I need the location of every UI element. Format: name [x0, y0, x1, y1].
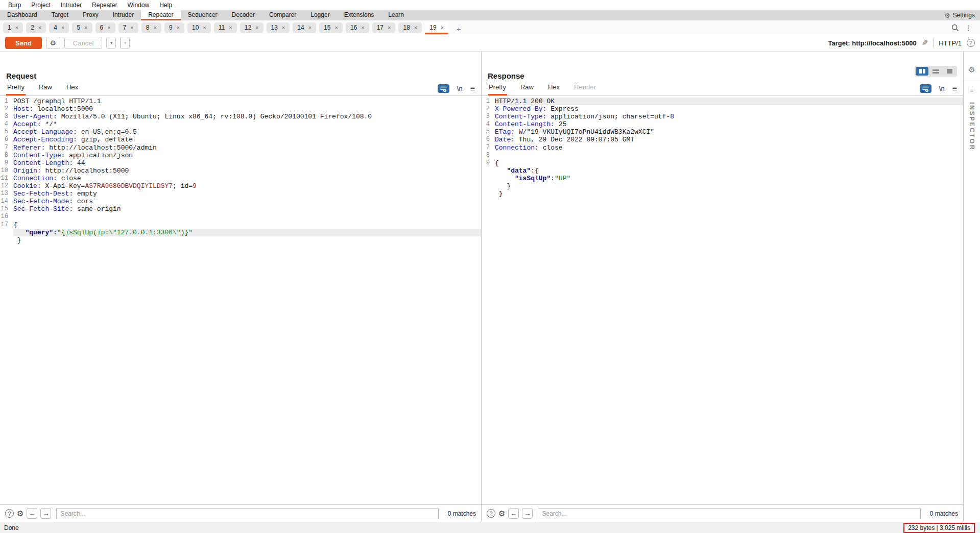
repeater-tab-5[interactable]: 5×	[72, 22, 92, 33]
request-tab-raw[interactable]: Raw	[38, 83, 53, 95]
close-tab-icon[interactable]: ×	[388, 25, 391, 31]
request-settings-button[interactable]: ⚙	[46, 37, 60, 49]
search-next-icon[interactable]: →	[40, 508, 51, 519]
search-help-icon[interactable]: ?	[487, 509, 495, 518]
repeater-tab-16[interactable]: 16×	[346, 22, 369, 33]
close-tab-icon[interactable]: ×	[414, 25, 417, 31]
search-icon[interactable]	[951, 24, 959, 32]
tab-comparer[interactable]: Comparer	[262, 10, 303, 20]
menu-intruder[interactable]: Intruder	[56, 1, 87, 10]
line-content: }	[495, 190, 963, 198]
repeater-tab-11[interactable]: 11×	[214, 22, 237, 33]
search-prev-icon[interactable]: ←	[508, 508, 519, 519]
back-history-button[interactable]: < ▾	[106, 37, 116, 49]
request-editor[interactable]: 1POST /graphql HTTP/1.12Host: localhost:…	[0, 95, 481, 504]
close-tab-icon[interactable]: ×	[61, 25, 64, 31]
search-settings-icon[interactable]: ⚙	[498, 509, 505, 518]
tab-decoder[interactable]: Decoder	[225, 10, 262, 20]
editor-menu-icon[interactable]: ≡	[952, 85, 957, 93]
repeater-tab-12[interactable]: 12×	[240, 22, 264, 33]
response-editor[interactable]: 1HTTP/1.1 200 OK2X-Powered-By: Express3C…	[482, 95, 963, 504]
inspector-settings-icon[interactable]: ⚙	[968, 65, 975, 75]
new-tab-button[interactable]: +	[451, 25, 466, 34]
close-tab-icon[interactable]: ×	[107, 25, 110, 31]
edit-target-icon[interactable]: ✎	[922, 38, 928, 47]
back-dropdown-icon[interactable]: ▾	[107, 37, 115, 49]
search-next-icon[interactable]: →	[522, 508, 533, 519]
close-tab-icon[interactable]: ×	[177, 25, 180, 31]
tab-learn[interactable]: Learn	[381, 10, 411, 20]
response-tab-raw[interactable]: Raw	[519, 83, 535, 95]
close-tab-icon[interactable]: ×	[203, 25, 206, 31]
tab-repeater[interactable]: Repeater	[141, 10, 180, 20]
response-search-input[interactable]	[538, 508, 920, 519]
inspector-filter-icon[interactable]: ≡	[970, 86, 974, 94]
protocol-label[interactable]: HTTP/1	[939, 39, 962, 47]
repeater-tab-4[interactable]: 4×	[49, 22, 69, 33]
tab-sequencer[interactable]: Sequencer	[181, 10, 225, 20]
repeater-tab-18[interactable]: 18×	[398, 22, 422, 33]
menu-project[interactable]: Project	[26, 1, 55, 10]
help-icon[interactable]: ?	[967, 39, 975, 47]
repeater-tab-10[interactable]: 10×	[187, 22, 211, 33]
repeater-tab-19[interactable]: 19×	[425, 22, 448, 34]
close-tab-icon[interactable]: ×	[361, 25, 364, 31]
close-tab-icon[interactable]: ×	[153, 25, 156, 31]
close-tab-icon[interactable]: ×	[84, 25, 87, 31]
repeater-tab-2[interactable]: 2×	[26, 22, 46, 33]
close-tab-icon[interactable]: ×	[130, 25, 133, 31]
search-help-icon[interactable]: ?	[5, 509, 14, 518]
tab-logger[interactable]: Logger	[303, 10, 337, 20]
close-tab-icon[interactable]: ×	[15, 25, 18, 31]
settings-button[interactable]: ⚙ Settings	[939, 10, 980, 20]
show-newlines-icon[interactable]: \n	[457, 85, 463, 92]
response-tab-pretty[interactable]: Pretty	[488, 83, 507, 95]
response-tab-render[interactable]: Render	[573, 83, 597, 95]
request-tab-pretty[interactable]: Pretty	[6, 83, 26, 95]
show-newlines-icon[interactable]: \n	[939, 85, 945, 92]
response-view-tabs: PrettyRawHexRender \n ≡	[482, 82, 963, 95]
close-tab-icon[interactable]: ×	[229, 25, 232, 31]
forward-dropdown-icon[interactable]: ▾	[121, 37, 129, 49]
forward-history-button[interactable]: > ▾	[120, 37, 130, 49]
repeater-tab-9[interactable]: 9×	[164, 22, 184, 33]
response-tab-hex[interactable]: Hex	[547, 83, 561, 95]
repeater-tab-14[interactable]: 14×	[293, 22, 316, 33]
repeater-tab-13[interactable]: 13×	[267, 22, 290, 33]
close-tab-icon[interactable]: ×	[38, 25, 41, 31]
close-tab-icon[interactable]: ×	[441, 25, 444, 31]
repeater-tab-17[interactable]: 17×	[372, 22, 396, 33]
editor-menu-icon[interactable]: ≡	[470, 85, 475, 93]
word-wrap-icon[interactable]	[438, 84, 449, 93]
menu-repeater[interactable]: Repeater	[87, 1, 122, 10]
search-settings-icon[interactable]: ⚙	[17, 509, 23, 518]
close-tab-icon[interactable]: ×	[255, 25, 258, 31]
repeater-tab-6[interactable]: 6×	[95, 22, 115, 33]
tab-target[interactable]: Target	[44, 10, 76, 20]
tab-intruder[interactable]: Intruder	[106, 10, 141, 20]
close-tab-icon[interactable]: ×	[282, 25, 285, 31]
repeater-tab-8[interactable]: 8×	[141, 22, 161, 33]
close-tab-icon[interactable]: ×	[308, 25, 312, 31]
menu-window[interactable]: Window	[122, 1, 154, 10]
layout-columns-icon[interactable]	[916, 67, 928, 76]
layout-single-icon[interactable]	[943, 67, 956, 76]
repeater-tab-15[interactable]: 15×	[319, 22, 343, 33]
request-tab-hex[interactable]: Hex	[65, 83, 79, 95]
tab-dashboard[interactable]: Dashboard	[0, 10, 44, 20]
search-prev-icon[interactable]: ←	[27, 508, 37, 519]
send-button[interactable]: Send	[5, 37, 42, 49]
inspector-label[interactable]: INSPECTOR	[968, 102, 975, 151]
repeater-tab-7[interactable]: 7×	[118, 22, 138, 33]
tab-extensions[interactable]: Extensions	[337, 10, 381, 20]
request-search-input[interactable]	[56, 508, 438, 519]
tab-proxy[interactable]: Proxy	[76, 10, 106, 20]
menu-burp[interactable]: Burp	[3, 1, 26, 10]
close-tab-icon[interactable]: ×	[334, 25, 338, 31]
layout-rows-icon[interactable]	[929, 67, 942, 76]
overflow-menu-icon[interactable]: ⋮	[965, 24, 972, 32]
word-wrap-icon[interactable]	[920, 84, 931, 93]
cancel-button[interactable]: Cancel	[64, 37, 102, 49]
menu-help[interactable]: Help	[154, 1, 177, 10]
repeater-tab-1[interactable]: 1×	[3, 22, 23, 33]
